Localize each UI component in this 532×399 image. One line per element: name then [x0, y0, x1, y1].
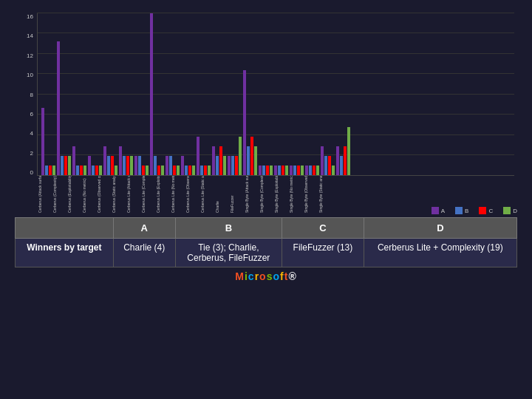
bar	[88, 156, 91, 175]
bar	[297, 166, 300, 175]
table-header-blank	[16, 218, 114, 239]
bar	[266, 166, 269, 175]
bar	[321, 146, 324, 175]
bar	[228, 156, 231, 175]
bar	[134, 156, 137, 175]
table-header-b: B	[175, 218, 282, 239]
bar	[219, 146, 222, 175]
bar	[107, 156, 110, 175]
x-axis-label: Cerberus (Attack surface)	[38, 176, 51, 213]
bar	[188, 166, 191, 175]
chart-bars	[37, 13, 514, 176]
x-axis-label: Single Byte (Observed crashes)	[304, 176, 317, 213]
bar	[204, 166, 207, 175]
bar	[200, 166, 203, 175]
bar	[92, 166, 95, 175]
table-header-d: D	[364, 218, 516, 239]
winners-table: A B C D Winners by targetCharlie (4)Tie …	[15, 217, 517, 267]
bar-group	[259, 166, 273, 175]
bar	[146, 166, 149, 175]
bar	[49, 166, 52, 175]
bar	[313, 166, 316, 175]
bar	[126, 156, 129, 175]
bar-group	[119, 146, 133, 175]
bar	[247, 146, 250, 175]
bar	[231, 156, 234, 175]
bar	[76, 166, 79, 175]
bar	[223, 156, 226, 175]
bar-group	[88, 156, 102, 175]
bar	[119, 146, 122, 175]
bar	[332, 166, 335, 175]
x-axis-label: Single Byte (Static analysis)	[318, 176, 332, 213]
bar	[169, 156, 172, 175]
chart-area: 0 2 4 6 8 10 12 14 16 Cerberus (Attack s…	[15, 13, 517, 205]
bar-group	[243, 70, 257, 175]
bar	[181, 156, 184, 175]
bar	[305, 166, 308, 175]
bar	[166, 156, 168, 175]
bar	[41, 108, 44, 175]
bar	[197, 137, 200, 175]
x-axis-label: Cerberus (Complexity)	[52, 176, 66, 213]
bar	[142, 166, 145, 175]
bar-group	[290, 166, 304, 175]
table-cell-d: Cerberus Lite + Complexity (19)	[364, 239, 516, 267]
bar	[293, 166, 296, 175]
x-axis-label: Cerberus Lite (No metric)	[171, 176, 184, 213]
bar	[130, 156, 133, 175]
bar	[250, 137, 253, 175]
bar	[157, 166, 160, 175]
x-axis-label: Cerberus (No metric)	[82, 176, 95, 213]
table-cell-c: FileFuzzer (13)	[282, 239, 364, 267]
winners-by-target-label: Winners by target	[16, 239, 114, 267]
x-axis-label: Single Byte (Complexity)	[259, 176, 273, 213]
bar	[72, 146, 75, 175]
bar	[301, 166, 304, 175]
bar	[254, 146, 257, 175]
bar	[216, 156, 219, 175]
bar	[95, 166, 98, 175]
x-axis-label: Cerberus Lite (Static analysis)	[200, 176, 214, 213]
bar	[282, 166, 284, 175]
bar-group	[166, 156, 180, 175]
bar-group	[274, 166, 288, 175]
bar-group	[336, 127, 350, 175]
bar	[336, 146, 339, 175]
y-axis-labels: 0 2 4 6 8 10 12 14 16	[15, 13, 35, 176]
bar	[111, 156, 114, 175]
bar-group	[72, 146, 86, 175]
bar	[290, 166, 293, 175]
x-axis-label: Cerberus Lite (Observed crashes)	[185, 176, 199, 213]
x-axis-label: Single Byte (Attack surface)	[245, 176, 258, 213]
bar-group	[134, 156, 149, 175]
bar	[64, 156, 67, 175]
bar	[68, 156, 71, 175]
bar	[328, 156, 331, 175]
bar	[61, 156, 64, 175]
bar	[57, 41, 60, 175]
bar	[212, 146, 215, 175]
bar	[285, 166, 288, 175]
x-axis-label: FileFuzzer	[230, 176, 243, 213]
bar	[208, 166, 211, 175]
x-axis-label: Charlie	[215, 176, 228, 213]
bar-group	[103, 146, 117, 175]
bar	[259, 166, 262, 175]
bar	[123, 156, 126, 175]
bar	[347, 127, 350, 175]
table-header-a: A	[113, 218, 175, 239]
x-axis-label: Single Byte (Exploitability)	[274, 176, 287, 213]
bar	[344, 146, 347, 175]
bar	[324, 156, 327, 175]
bar-group	[41, 108, 55, 175]
bar	[262, 166, 265, 175]
table-cell-b: Tie (3); Charlie, Cerberus, FileFuzzer	[175, 239, 282, 267]
bar	[52, 166, 55, 175]
bar-group	[305, 166, 319, 175]
bar	[316, 166, 319, 175]
x-axis-label: Cerberus Lite (Exploitability)	[156, 176, 169, 213]
bar	[161, 166, 164, 175]
x-axis-label: Cerberus Lite (Complexity)	[141, 176, 154, 213]
bar-group	[212, 146, 226, 175]
